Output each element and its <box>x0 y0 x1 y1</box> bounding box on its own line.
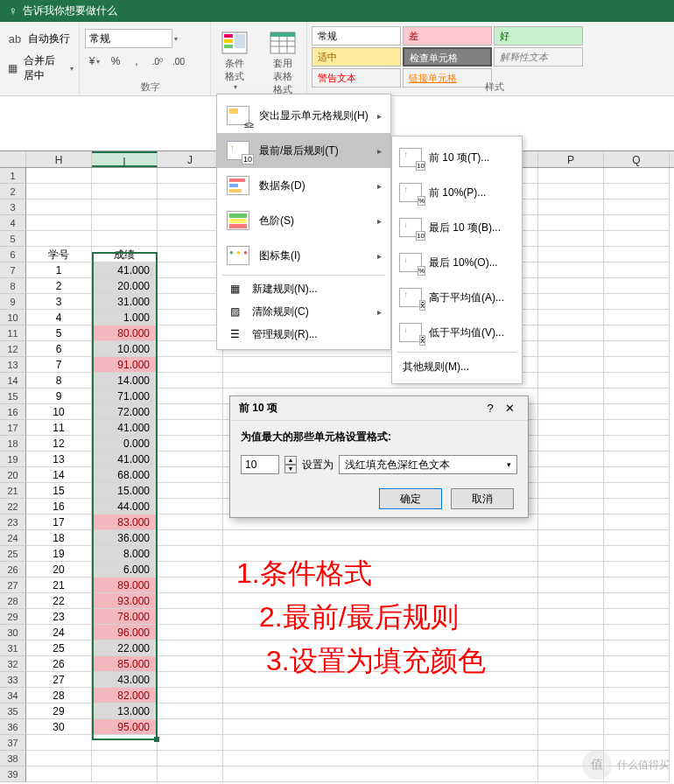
col-h[interactable]: H <box>26 151 92 167</box>
score-cell: 41.000 <box>92 262 158 278</box>
ok-button[interactable]: 确定 <box>379 488 442 509</box>
id-cell: 13 <box>26 452 92 467</box>
score-cell: 68.000 <box>92 467 158 483</box>
svg-rect-4 <box>235 34 245 48</box>
submenu-bot10p[interactable]: ↓%最后 10%(O)... <box>392 245 522 280</box>
id-cell: 28 <box>26 688 92 704</box>
number-format-dropdown-icon[interactable]: ▾ <box>174 35 178 43</box>
score-cell: 22.000 <box>92 640 158 656</box>
merge-dropdown-icon[interactable]: ▾ <box>70 65 74 73</box>
table-row[interactable]: 37 <box>0 735 674 751</box>
number-format-select[interactable] <box>85 29 172 48</box>
table-format-icon <box>269 29 297 57</box>
menu-data-bars[interactable]: 数据条(D) ▸ <box>217 168 390 203</box>
style-explanatory[interactable]: 解释性文本 <box>494 47 583 66</box>
spinner-buttons[interactable]: ▲▼ <box>284 456 297 473</box>
bot10-icon: ↓10 <box>399 216 422 239</box>
id-cell: 11 <box>26 420 92 436</box>
percent-icon[interactable]: % <box>106 52 125 71</box>
format-dropdown[interactable]: 浅红填充色深红色文本 ▾ <box>339 455 517 474</box>
menu-highlight-rules[interactable]: ≤≥ 突出显示单元格规则(H) ▸ <box>217 98 390 133</box>
decrease-decimal-icon[interactable]: .00 <box>169 52 188 71</box>
dialog-help-button[interactable]: ? <box>481 402 500 415</box>
col-i[interactable]: I <box>92 151 158 167</box>
score-cell: 36.000 <box>92 530 158 546</box>
table-row[interactable]: 352913.000 <box>0 704 674 719</box>
anno-line-2: 2.最前/最后规则 <box>236 595 486 639</box>
dialog-desc: 为值最大的那些单元格设置格式: <box>241 430 517 444</box>
id-cell: 16 <box>26 499 92 514</box>
menu-icon-sets[interactable]: ●●● 图标集(I) ▸ <box>217 238 390 273</box>
table-row[interactable]: 39 <box>0 766 674 782</box>
score-cell: 83.000 <box>92 514 158 530</box>
submenu-other-rules[interactable]: 其他规则(M)... <box>392 354 522 380</box>
score-cell: 1.000 <box>92 310 158 326</box>
chevron-down-icon: ▾ <box>507 460 511 469</box>
submenu-top10[interactable]: ↑10前 10 项(T)... <box>392 140 522 175</box>
header-id: 学号 <box>26 247 92 262</box>
comma-icon[interactable]: , <box>127 52 146 71</box>
style-check-cell[interactable]: 检查单元格 <box>403 47 492 66</box>
score-cell: 44.000 <box>92 499 158 514</box>
style-bad[interactable]: 差 <box>403 26 492 46</box>
color-scales-icon <box>226 208 250 233</box>
id-cell: 30 <box>26 719 92 735</box>
table-row[interactable]: 241836.000 <box>0 530 674 546</box>
style-good[interactable]: 好 <box>494 26 583 46</box>
id-cell: 27 <box>26 672 92 688</box>
below-avg-icon: ↓x̄ <box>399 321 422 344</box>
submenu-below-avg[interactable]: ↓x̄低于平均值(V)... <box>392 315 522 350</box>
currency-icon[interactable]: ¥▾ <box>85 52 104 71</box>
cancel-button[interactable]: 取消 <box>451 488 514 509</box>
submenu-bot10[interactable]: ↓10最后 10 项(B)... <box>392 210 522 245</box>
wrap-text-label[interactable]: 自动换行 <box>28 32 70 46</box>
svg-rect-3 <box>224 45 233 48</box>
col-q[interactable]: Q <box>604 151 670 167</box>
id-cell: 21 <box>26 578 92 593</box>
col-p[interactable]: P <box>538 151 604 167</box>
submenu-top10p[interactable]: ↑%前 10%(P)... <box>392 175 522 210</box>
id-cell: 3 <box>26 294 92 310</box>
increase-decimal-icon[interactable]: .0⁰ <box>148 52 167 71</box>
id-cell: 1 <box>26 262 92 278</box>
wrap-text-icon[interactable]: ab <box>5 29 25 48</box>
cell-styles-gallery[interactable]: 常规 差 好 适中 检查单元格 解释性文本 警告文本 链接单元格 <box>311 25 674 88</box>
score-cell: 6.000 <box>92 562 158 578</box>
col-j[interactable]: J <box>158 151 223 167</box>
menu-clear-rules[interactable]: ▨ 清除规则(C) ▸ <box>217 300 390 323</box>
menu-color-scales[interactable]: 色阶(S) ▸ <box>217 203 390 238</box>
table-row[interactable]: 342882.000 <box>0 688 674 704</box>
score-cell: 8.000 <box>92 546 158 562</box>
table-row[interactable]: 38 <box>0 751 674 766</box>
tell-me-bar[interactable]: ♀ 告诉我你想要做什么 <box>0 0 674 22</box>
spin-up-icon[interactable]: ▲ <box>284 456 297 465</box>
dialog-close-button[interactable]: ✕ <box>500 402 519 415</box>
bot10p-icon: ↓% <box>399 251 422 274</box>
table-row[interactable]: 13791.000 <box>0 357 674 373</box>
set-as-label: 设置为 <box>302 458 333 472</box>
style-neutral[interactable]: 适中 <box>312 47 401 66</box>
anno-line-3: 3.设置为填充颜色 <box>236 639 486 682</box>
menu-new-rule[interactable]: ▦ 新建规则(N)... <box>217 277 390 300</box>
spin-down-icon[interactable]: ▼ <box>284 465 297 473</box>
merge-label[interactable]: 合并后居中 <box>24 53 65 83</box>
table-row[interactable]: 363095.000 <box>0 719 674 735</box>
highlight-rules-icon: ≤≥ <box>226 103 250 128</box>
score-cell: 41.000 <box>92 420 158 436</box>
style-normal[interactable]: 常规 <box>312 26 401 46</box>
above-avg-icon: ↑x̄ <box>399 286 422 309</box>
id-cell: 12 <box>26 436 92 452</box>
top-bottom-submenu: ↑10前 10 项(T)... ↑%前 10%(P)... ↓10最后 10 项… <box>391 136 523 384</box>
id-cell: 19 <box>26 546 92 562</box>
menu-top-bottom-rules[interactable]: ↑10 最前/最后规则(T) ▸ <box>217 133 390 168</box>
id-cell: 23 <box>26 609 92 625</box>
menu-manage-rules[interactable]: ☰ 管理规则(R)... <box>217 323 390 346</box>
score-cell: 43.000 <box>92 672 158 688</box>
count-input[interactable] <box>241 455 279 474</box>
submenu-above-avg[interactable]: ↑x̄高于平均值(A)... <box>392 280 522 315</box>
id-cell: 15 <box>26 483 92 499</box>
merge-icon[interactable]: ▦ <box>5 59 20 78</box>
id-cell: 2 <box>26 278 92 294</box>
conditional-format-button[interactable]: 条件格式 ▾ <box>214 25 256 94</box>
table-row[interactable]: 14814.000 <box>0 373 674 388</box>
